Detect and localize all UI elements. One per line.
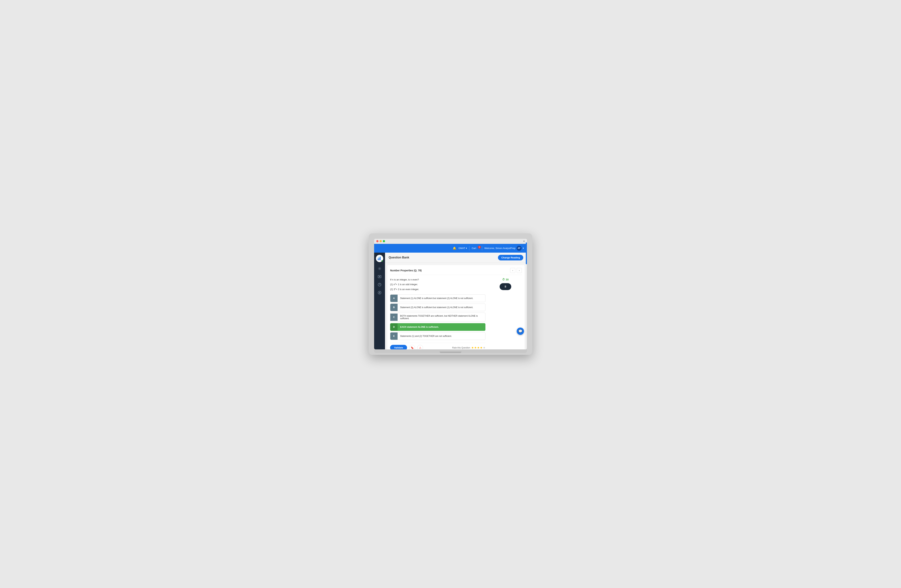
flag-button[interactable]: ⚠ — [417, 345, 423, 349]
main-body: Question Bank Change Reading Number Prop… — [374, 253, 527, 349]
gmat-chevron-icon: ▾ — [466, 247, 467, 250]
cart-label: Cart — [472, 247, 476, 250]
maximize-button[interactable] — [383, 240, 385, 242]
timer-display: ⏱ 30 — [502, 278, 509, 281]
validate-button[interactable]: Validate — [390, 345, 407, 349]
option-b-text: Statement (2) ALONE is sufficient but st… — [398, 304, 485, 310]
question-line1: If n is an integer, is n even? — [390, 278, 485, 282]
laptop-screen: ≡ 🔔 GMAT ▾ Cart 3 Welcome, Simon Analyst… — [374, 239, 527, 349]
question-category: Number Properties (Q. 78) — [390, 269, 422, 272]
svg-rect-0 — [378, 259, 379, 260]
svg-rect-2 — [380, 257, 381, 260]
prev-question-button[interactable]: ‹ — [510, 268, 515, 273]
scrollbar-track[interactable] — [526, 253, 527, 349]
star-3[interactable]: ★ — [477, 346, 480, 349]
app-container: 🔔 GMAT ▾ Cart 3 Welcome, Simon AnalystPr… — [374, 244, 527, 349]
pause-icon: ⏸ — [504, 285, 507, 288]
answer-options: A Statement (1) ALONE is sufficient but … — [390, 295, 485, 340]
question-statement1: (1) n2+ 1 is an odd integer. — [390, 282, 485, 287]
option-d-text: EACH statement ALONE is sufficient. — [398, 324, 485, 330]
sidebar-item-help[interactable] — [376, 281, 383, 288]
option-b[interactable]: B Statement (2) ALONE is sufficient but … — [390, 304, 485, 311]
star-1[interactable]: ★ — [471, 346, 474, 349]
laptop-frame: ≡ 🔔 GMAT ▾ Cart 3 Welcome, Simon Analyst… — [369, 233, 532, 355]
change-reading-button[interactable]: Change Reading — [498, 255, 523, 260]
star-rating[interactable]: ★ ★ ★ ★ ★ — [471, 346, 485, 349]
stmt1-prefix: (1) n — [390, 283, 395, 286]
stmt2-prefix: (2) 3 — [390, 288, 395, 291]
svg-marker-5 — [379, 276, 380, 277]
chat-button[interactable]: 💬 — [517, 328, 524, 335]
question-card-header: Number Properties (Q. 78) ‹ › — [390, 268, 522, 275]
star-2[interactable]: ★ — [474, 346, 477, 349]
minimize-button[interactable] — [380, 240, 382, 242]
laptop-notch — [440, 352, 461, 353]
nav-divider2 — [482, 246, 482, 250]
flag-icon: ⚠ — [419, 346, 421, 349]
menu-icon[interactable]: ≡ — [523, 240, 525, 243]
welcome-label: Welcome, Simon AnalystPrep — [484, 247, 516, 250]
mac-titlebar: ≡ — [374, 239, 527, 244]
star-4[interactable]: ★ — [480, 346, 483, 349]
bottom-bar: Validate 🔖 ⚠ Rate this Question — [390, 343, 485, 349]
gmat-dropdown[interactable]: GMAT ▾ — [458, 247, 467, 250]
cart-button[interactable]: Cart 3 — [472, 247, 480, 250]
sidebar-logo[interactable] — [376, 255, 383, 262]
stmt2-suffix: + 2 is an even integer. — [396, 288, 419, 291]
option-a-label: A — [390, 295, 398, 302]
top-nav: 🔔 GMAT ▾ Cart 3 Welcome, Simon AnalystPr… — [374, 244, 527, 253]
status-dot — [381, 260, 383, 262]
option-e-label: E — [390, 332, 398, 340]
rate-section: Rate this Question ★ ★ ★ ★ ★ — [452, 346, 485, 349]
option-d-label: D — [390, 323, 398, 331]
user-chevron-icon: ▾ — [523, 247, 524, 250]
timer-icon: ⏱ — [502, 278, 505, 281]
page-title: Question Bank — [389, 256, 409, 259]
bookmark-button[interactable]: 🔖 — [409, 345, 415, 349]
pause-button[interactable]: ⏸ — [500, 283, 511, 290]
close-button[interactable] — [376, 240, 379, 242]
rate-label: Rate this Question — [452, 346, 470, 349]
option-c[interactable]: C BOTH statements TOGETHER are sufficien… — [390, 313, 485, 322]
stmt1-suffix: + 1 is an odd integer. — [396, 283, 418, 286]
laptop-base — [374, 349, 527, 353]
nav-divider — [469, 246, 469, 250]
option-e-text: Statements (1) and (2) TOGETHER are not … — [398, 333, 485, 339]
question-nav-arrows: ‹ › — [510, 268, 522, 273]
svg-point-3 — [379, 268, 380, 269]
question-right-panel: ⏱ 30 ⏸ — [489, 278, 522, 349]
question-left-panel: If n is an integer, is n even? (1) n2+ 1… — [390, 278, 485, 349]
question-text: If n is an integer, is n even? (1) n2+ 1… — [390, 278, 485, 292]
cart-badge: 3 — [478, 246, 481, 249]
svg-rect-1 — [379, 258, 380, 260]
question-bank-header: Question Bank Change Reading — [385, 253, 527, 263]
option-b-label: B — [390, 304, 398, 311]
option-c-label: C — [390, 313, 398, 321]
scrollbar-thumb[interactable] — [526, 253, 527, 264]
option-c-text: BOTH statements TOGETHER are sufficient,… — [398, 313, 485, 321]
question-statement2: (2) 3n+ 2 is an even integer. — [390, 287, 485, 292]
star-5[interactable]: ★ — [483, 346, 485, 349]
next-question-button[interactable]: › — [517, 268, 522, 273]
question-card: Number Properties (Q. 78) ‹ › If n is an… — [387, 265, 525, 349]
sidebar — [374, 253, 385, 349]
option-d[interactable]: D EACH statement ALONE is sufficient. — [390, 323, 485, 331]
content-area: Question Bank Change Reading Number Prop… — [385, 253, 527, 349]
sidebar-item-video[interactable] — [376, 273, 383, 280]
sidebar-item-finance[interactable] — [376, 289, 383, 296]
option-a-text: Statement (1) ALONE is sufficient but st… — [398, 295, 485, 301]
bookmark-icon: 🔖 — [411, 346, 414, 349]
user-menu[interactable]: Welcome, Simon AnalystPrep AP ▾ — [484, 246, 524, 251]
sidebar-item-brain[interactable] — [376, 265, 383, 272]
question-layout: If n is an integer, is n even? (1) n2+ 1… — [390, 278, 522, 349]
bell-icon[interactable]: 🔔 — [453, 246, 456, 250]
avatar: AP — [516, 246, 522, 251]
option-a[interactable]: A Statement (1) ALONE is sufficient but … — [390, 295, 485, 302]
option-e[interactable]: E Statements (1) and (2) TOGETHER are no… — [390, 332, 485, 340]
timer-value: 30 — [506, 278, 509, 281]
gmat-label: GMAT — [458, 247, 465, 250]
chat-icon: 💬 — [518, 329, 522, 333]
